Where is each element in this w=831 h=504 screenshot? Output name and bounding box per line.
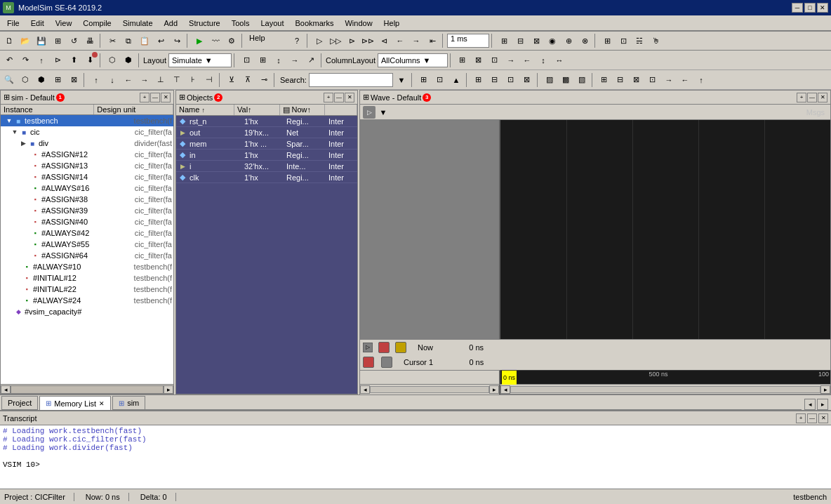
- undo-button[interactable]: ↩: [153, 33, 168, 48]
- tb2-connect[interactable]: ⬡: [105, 53, 120, 68]
- tree-row-initial12[interactable]: ▪ #INITIAL#12 testbench(f: [1, 272, 173, 284]
- tb3-btnA[interactable]: ⊞: [416, 72, 432, 88]
- tb3-btn9[interactable]: →: [137, 72, 152, 88]
- objects-panel-buttons[interactable]: + — ✕: [324, 93, 354, 102]
- menu-layout[interactable]: Layout: [255, 18, 289, 29]
- sim-btn2[interactable]: ▷▷: [328, 33, 343, 48]
- tree-row-always10[interactable]: ▪ #ALWAYS#10 testbench(f: [1, 261, 173, 272]
- tb3-btn16[interactable]: ⊸: [256, 72, 272, 88]
- copy-button[interactable]: ⧉: [121, 33, 136, 48]
- column-layout-dropdown[interactable]: AllColumns ▼: [378, 53, 448, 67]
- wave-scroll-left-btn[interactable]: ◂: [360, 385, 370, 394]
- tree-row-vsim-capacity[interactable]: ◆ #vsim_capacity#: [1, 306, 173, 317]
- tb-btn-d[interactable]: ◉: [545, 33, 560, 48]
- tree-row-initial22[interactable]: ▪ #INITIAL#22 testbench(f: [1, 284, 173, 295]
- tab-sim[interactable]: ⊞ sim: [112, 396, 145, 410]
- tb3-btnN[interactable]: ⊡: [645, 72, 660, 88]
- tb3-btnH[interactable]: ▨: [542, 72, 557, 88]
- tb2-btn5[interactable]: ⬆: [66, 53, 81, 68]
- objects-table[interactable]: ◆ rst_n 1'hx Regi... Inter ▶ out 19'hx..…: [176, 116, 357, 394]
- sim-btn4[interactable]: ⊳⊳: [360, 33, 375, 48]
- tb-btn-h[interactable]: ⊡: [616, 33, 631, 48]
- obj-expand-out[interactable]: ▶: [178, 129, 187, 136]
- menu-add[interactable]: Add: [159, 18, 184, 29]
- tb3-btn15[interactable]: ⊼: [240, 72, 255, 88]
- objects-panel-btn1[interactable]: +: [324, 93, 333, 102]
- wave-tb-btn1[interactable]: ▷: [363, 106, 375, 119]
- tb3-btn12[interactable]: ⊦: [185, 72, 201, 88]
- sim-btn8[interactable]: ⇤: [425, 33, 440, 48]
- search-input[interactable]: [309, 73, 393, 87]
- transcript-header-buttons[interactable]: + — ✕: [796, 413, 828, 423]
- tb-btn-j[interactable]: 🖰: [648, 33, 663, 48]
- tb-btn-f[interactable]: ⊗: [577, 33, 592, 48]
- tb2-btn6[interactable]: ⬇: [82, 53, 98, 68]
- wave-status-btn2[interactable]: [378, 342, 390, 353]
- tree-row-assign39[interactable]: ▪ #ASSIGN#39 cic_filter(fa: [1, 205, 173, 216]
- sim-hscroll[interactable]: ◂ ▸: [1, 384, 173, 394]
- wave-panel-btn2[interactable]: —: [807, 93, 817, 102]
- minimize-button[interactable]: ─: [792, 3, 803, 13]
- tree-row-always42[interactable]: ▪ #ALWAYS#42 cic_filter(fa: [1, 227, 173, 239]
- tb3-btn10[interactable]: ⊥: [153, 72, 168, 88]
- tb2-btn7[interactable]: ⊡: [239, 53, 254, 68]
- tb3-btnP[interactable]: ←: [677, 72, 693, 88]
- wave-status-btn3[interactable]: [395, 342, 406, 353]
- tb2-btnG[interactable]: ↔: [552, 53, 567, 68]
- tb2-btn4[interactable]: ⊳: [50, 53, 65, 68]
- new-button[interactable]: 🗋: [1, 33, 17, 48]
- tb2-btn3[interactable]: ↑: [34, 53, 49, 68]
- tb3-btn14[interactable]: ⊻: [224, 72, 239, 88]
- transcript-btn2[interactable]: —: [807, 413, 817, 423]
- tb3-btnO[interactable]: →: [661, 72, 677, 88]
- menu-simulate[interactable]: Simulate: [117, 18, 159, 29]
- sim-btn1[interactable]: ▷: [312, 33, 327, 48]
- wave-button[interactable]: 〰: [208, 33, 223, 48]
- transcript-content[interactable]: # Loading work.testbench(fast) # Loading…: [0, 425, 831, 489]
- tab-memory-list[interactable]: ⊞ Memory List ✕: [39, 396, 111, 410]
- tb3-btnB[interactable]: ⊡: [432, 72, 448, 88]
- compile-button[interactable]: ⚙: [224, 33, 239, 48]
- tree-row-assign38[interactable]: ▪ #ASSIGN#38 cic_filter(fa: [1, 194, 173, 205]
- tb2-btnF[interactable]: ↕: [536, 53, 551, 68]
- tb3-btn1[interactable]: 🔍: [1, 72, 17, 88]
- obj-row-out[interactable]: ▶ out 19'hx... Net Inter: [176, 127, 357, 138]
- help-button[interactable]: ?: [289, 33, 305, 48]
- sim-btn5[interactable]: ⊲: [376, 33, 392, 48]
- tab-project[interactable]: Project: [1, 396, 38, 410]
- tree-row-assign40[interactable]: ▪ #ASSIGN#40 cic_filter(fa: [1, 216, 173, 227]
- sim-hscroll-left[interactable]: ◂: [1, 385, 11, 394]
- wave-tb-dropdown[interactable]: ▼: [377, 106, 390, 119]
- tb3-btnK[interactable]: ⊞: [597, 72, 612, 88]
- tb3-btn13[interactable]: ⊣: [201, 72, 217, 88]
- tb3-btn2[interactable]: ⬡: [18, 72, 33, 88]
- tb-btn-i[interactable]: ☵: [632, 33, 647, 48]
- tb2-btn1[interactable]: ↶: [1, 53, 17, 68]
- paste-button[interactable]: 📋: [137, 33, 152, 48]
- tab-prev-btn[interactable]: ◂: [804, 399, 816, 410]
- refresh-button[interactable]: ↺: [66, 33, 81, 48]
- tb3-btn3[interactable]: ⬢: [34, 72, 49, 88]
- obj-row-mem[interactable]: ◆ mem 1'hx ... Spar... Inter: [176, 138, 357, 150]
- time-input[interactable]: 1 ms: [447, 34, 489, 48]
- tb3-btnM[interactable]: ⊠: [629, 72, 644, 88]
- tb2-btnE[interactable]: ←: [519, 53, 535, 68]
- menu-tools[interactable]: Tools: [226, 18, 255, 29]
- wave-status-btn1[interactable]: ▷: [363, 343, 373, 352]
- tree-row-testbench[interactable]: ▼ ■ testbench testbench(f: [1, 115, 173, 126]
- sim-hscroll-thumb[interactable]: [11, 385, 164, 394]
- save-all-button[interactable]: ⊞: [50, 33, 65, 48]
- tb-btn-g[interactable]: ⊞: [599, 33, 615, 48]
- tb3-btnI[interactable]: ▩: [558, 72, 573, 88]
- obj-row-i[interactable]: ▶ i 32'hx... Inte... Inter: [176, 161, 357, 172]
- wave-hscrollbar[interactable]: ◂ ▸ ◂ ▸: [360, 384, 830, 394]
- tb3-btnQ[interactable]: ↑: [693, 72, 709, 88]
- tb3-btn8[interactable]: ←: [121, 72, 136, 88]
- tab-next-btn[interactable]: ▸: [817, 399, 828, 410]
- tb3-btnF[interactable]: ⊡: [503, 72, 519, 88]
- run-button[interactable]: ▶: [192, 33, 207, 48]
- sim-panel-close[interactable]: ✕: [161, 93, 171, 102]
- sim-hscroll-right[interactable]: ▸: [164, 385, 173, 394]
- save-button[interactable]: 💾: [34, 33, 49, 48]
- wave-main-scroll-right[interactable]: ▸: [820, 385, 830, 394]
